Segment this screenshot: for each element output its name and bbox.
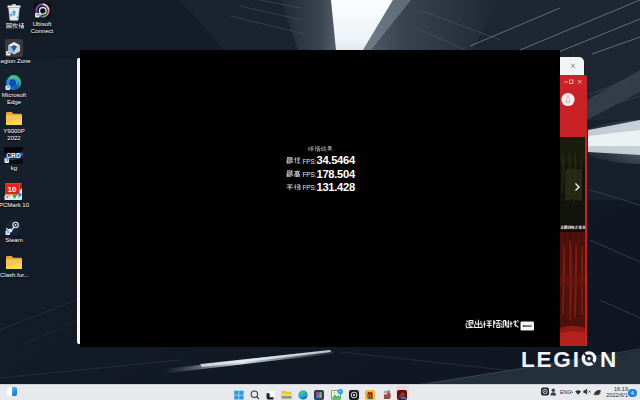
svg-text:178.504: 178.504 bbox=[317, 168, 356, 180]
svg-text:10: 10 bbox=[8, 185, 17, 194]
svg-text:FPS:: FPS: bbox=[303, 184, 317, 191]
svg-text:CRD: CRD bbox=[6, 152, 21, 159]
svg-text:LEGI: LEGI bbox=[521, 347, 581, 371]
svg-text:ENG: ENG bbox=[560, 389, 571, 395]
svg-text:FPS:: FPS: bbox=[303, 171, 317, 178]
svg-text:FPS:: FPS: bbox=[303, 158, 317, 165]
svg-text:9: 9 bbox=[339, 390, 341, 394]
svg-text:N: N bbox=[600, 347, 616, 371]
svg-text:131.428: 131.428 bbox=[317, 181, 355, 193]
svg-text:34.5464: 34.5464 bbox=[317, 154, 356, 166]
